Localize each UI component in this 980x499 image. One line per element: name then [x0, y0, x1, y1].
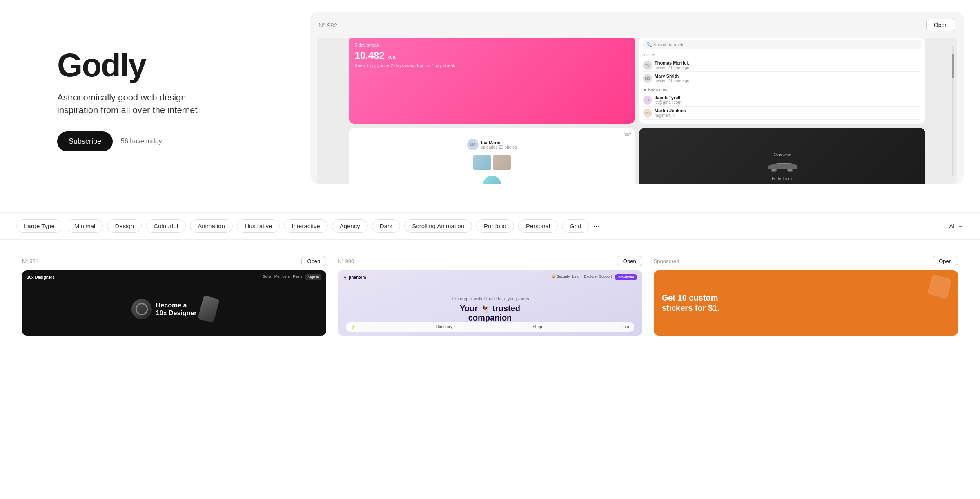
- shape-1: [131, 299, 152, 319]
- filter-tag-portfolio[interactable]: Portfolio: [476, 219, 514, 233]
- mock-user-row-3: JT Jacob Tyrell jct@gmail.com: [643, 94, 921, 107]
- sticker-decorations: [929, 276, 950, 297]
- mock-car-container: Overview: [639, 128, 925, 184]
- featured-card: N° 982 Open Some of our work. 5 day stre…: [310, 12, 964, 184]
- mock-car-label: Forte Truck: [766, 176, 798, 181]
- filter-tag-animation[interactable]: Animation: [190, 219, 233, 233]
- nav-plans: Plans: [293, 274, 302, 280]
- mock-user-info-1: Thomas Merrick Invited 2 hours ago: [655, 60, 921, 70]
- phantom-subtitle: The crypto wallet that'll take you place…: [451, 296, 529, 301]
- mock-photo-grid: [473, 155, 511, 170]
- filter-tag-minimal[interactable]: Minimal: [67, 219, 103, 233]
- card-981-thumb: 10x Designers Skills Members Plans Sign …: [22, 270, 326, 336]
- nav-signin: Sign in: [305, 274, 322, 280]
- card-item-981: N° 981 Open 10x Designers Skills Members…: [16, 252, 332, 340]
- mock-user-row-4: MJ Martin Jenkins m@mart.in: [643, 107, 921, 120]
- featured-open-button[interactable]: Open: [926, 19, 956, 31]
- nav-skills: Skills: [263, 274, 271, 280]
- subscribe-count: 56 have today: [121, 138, 162, 145]
- filter-tag-scrolling-animation[interactable]: Scrolling Animation: [404, 219, 472, 233]
- mock-photo-2: [493, 155, 511, 170]
- mock-lia-row: LM Lia Marie uploaded 23 photos: [467, 139, 517, 150]
- card-sponsored-open-button[interactable]: Open: [933, 256, 958, 266]
- scrollbar-track: [952, 46, 954, 176]
- card-981-open-button[interactable]: Open: [301, 256, 327, 266]
- mock-avatar-2: MS: [643, 74, 652, 83]
- mock-user-info-2: Mary Smith Invited 2 hours ago: [655, 74, 921, 83]
- filter-tag-grid[interactable]: Grid: [562, 219, 589, 233]
- card-sponsored-header: Sponsored Open: [654, 256, 958, 266]
- mock-lia-avatar: LM: [467, 139, 479, 150]
- mock-lia-info: Lia Marie uploaded 23 photos: [481, 140, 517, 149]
- filter-tag-agency[interactable]: Agency: [332, 219, 368, 233]
- phantom-nav-links: 🔒 Security Learn Explore Support Downloa…: [551, 274, 637, 280]
- mock-user-info-3: Jacob Tyrell jct@gmail.com: [655, 95, 921, 105]
- card-981-number: N° 981: [22, 258, 38, 264]
- mock-kcal-sub: Keep it up, you're 2 days away from a 7 …: [354, 63, 629, 68]
- phantom-nav: 👻 phantom 🔒 Security Learn Explore Suppo…: [338, 274, 642, 280]
- mock-user-info-4: Martin Jenkins m@mart.in: [655, 108, 921, 118]
- card-981-nav-links: Skills Members Plans Sign in: [263, 274, 322, 280]
- mock-overview-label: Overview: [766, 152, 798, 157]
- card-981-main-text: Become a 10x Designer: [156, 301, 197, 316]
- mock-favourites-label: ★ Favourites: [643, 87, 921, 92]
- mock-car-card: Overview: [639, 128, 925, 184]
- mock-kcal: 10,482 kcal: [354, 50, 629, 61]
- phantom-bottom-directory: Directory: [436, 325, 452, 329]
- card-980-thumb: 👻 phantom 🔒 Security Learn Explore Suppo…: [338, 270, 642, 336]
- filter-tag-large-type[interactable]: Large Type: [16, 219, 62, 233]
- shape-2: [198, 295, 220, 323]
- phantom-nav-support: Support: [599, 274, 612, 280]
- phantom-nav-security: 🔒 Security: [551, 274, 570, 280]
- hero-section: Godly Astronomically good web design ins…: [0, 0, 980, 212]
- card-sponsored-number: Sponsored: [654, 258, 679, 264]
- mock-photo-1: [473, 155, 491, 170]
- hero-title: Godly: [57, 49, 286, 82]
- filter-tag-illustrative[interactable]: Illustrative: [237, 219, 280, 233]
- card-981-text-line1: Become a: [156, 301, 197, 309]
- card-item-sponsored: Sponsored Open Get 10 customstickers for…: [648, 252, 964, 340]
- filter-tag-colourful[interactable]: Colourful: [146, 219, 186, 233]
- phantom-download: Download: [615, 274, 637, 280]
- phantom-bottom-nav: ⚡ Directory Shop Info: [346, 322, 634, 332]
- hero-right: N° 982 Open Some of our work. 5 day stre…: [310, 0, 980, 196]
- filter-tag-interactive[interactable]: Interactive: [284, 219, 327, 233]
- nav-members: Members: [274, 274, 290, 280]
- car-icon: [766, 160, 798, 172]
- mock-car-content: Overview: [766, 152, 798, 181]
- card-980-header: N° 980 Open: [338, 256, 642, 266]
- filter-tag-design[interactable]: Design: [107, 219, 142, 233]
- scrollbar-thumb: [952, 54, 954, 78]
- phantom-bottom-shop: Shop: [532, 325, 542, 329]
- phantom-main-text2: companion: [451, 313, 529, 323]
- card-981-logo: 10x Designers: [27, 275, 55, 280]
- phantom-hero: The crypto wallet that'll take you place…: [451, 296, 529, 323]
- card-981-shapes: Become a 10x Designer: [131, 297, 217, 321]
- card-981-header: N° 981 Open: [22, 256, 326, 266]
- card-980-open-button[interactable]: Open: [617, 256, 642, 266]
- cards-grid: N° 981 Open 10x Designers Skills Members…: [0, 240, 980, 352]
- card-item-980: N° 980 Open 👻 phantom 🔒 Security Learn E…: [332, 252, 648, 340]
- hero-left: Godly Astronomically good web design ins…: [0, 0, 310, 176]
- mock-user-row: TM Thomas Merrick Invited 2 hours ago: [643, 59, 921, 72]
- mock-profile-card: now LM Lia Marie uploaded 23 photos: [349, 128, 635, 184]
- featured-content: Some of our work. 5 day streak ● 10,482 …: [317, 38, 957, 184]
- subscribe-button[interactable]: Subscribe: [57, 131, 113, 151]
- featured-card-header: N° 982 Open: [310, 12, 964, 38]
- phantom-nav-learn: Learn: [572, 274, 582, 280]
- mock-avatar-1: TM: [643, 61, 652, 70]
- featured-number: N° 982: [318, 22, 337, 29]
- card-981-nav: 10x Designers Skills Members Plans Sign …: [22, 274, 326, 280]
- mock-ui: Some of our work. 5 day streak ● 10,482 …: [317, 38, 957, 184]
- mock-fitness-card: 5 day streak ● 10,482 kcal Keep it up, y…: [349, 38, 635, 124]
- filter-tag-personal[interactable]: Personal: [518, 219, 558, 233]
- sticker-deco-1: [927, 274, 952, 299]
- filter-all-button[interactable]: All →: [949, 223, 964, 229]
- card-981-text-line2: 10x Designer: [156, 310, 197, 317]
- phantom-bottom-info: Info: [622, 325, 629, 329]
- card-sponsored-thumb: Get 10 customstickers for $1.: [654, 270, 958, 336]
- mock-lia-time: now: [624, 132, 631, 136]
- filter-tag-dark[interactable]: Dark: [372, 219, 401, 233]
- mock-avatar-4: MJ: [643, 109, 652, 118]
- card-980-number: N° 980: [338, 258, 354, 264]
